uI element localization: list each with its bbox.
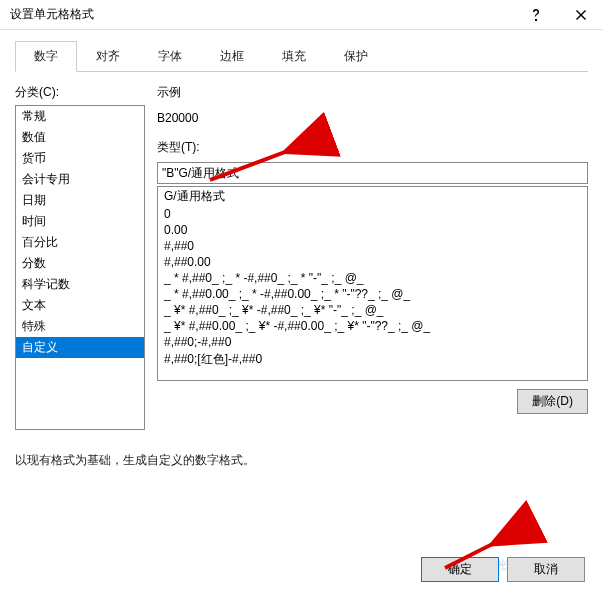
category-item[interactable]: 数值 bbox=[16, 127, 144, 148]
delete-button[interactable]: 删除(D) bbox=[517, 389, 588, 414]
tab-number[interactable]: 数字 bbox=[15, 41, 77, 72]
tab-label: 字体 bbox=[158, 49, 182, 63]
category-item[interactable]: 常规 bbox=[16, 106, 144, 127]
type-input[interactable] bbox=[157, 162, 588, 184]
category-item[interactable]: 文本 bbox=[16, 295, 144, 316]
titlebar: 设置单元格格式 bbox=[0, 0, 603, 30]
type-list-item[interactable]: #,##0;[红色]-#,##0 bbox=[158, 350, 587, 369]
footer: 确定 取消 bbox=[421, 557, 585, 582]
type-listbox[interactable]: G/通用格式00.00#,##0#,##0.00_ * #,##0_ ;_ * … bbox=[157, 186, 588, 381]
type-list-item[interactable]: G/通用格式 bbox=[158, 187, 587, 206]
category-item[interactable]: 会计专用 bbox=[16, 169, 144, 190]
category-item[interactable]: 科学记数 bbox=[16, 274, 144, 295]
category-label: 分类(C): bbox=[15, 84, 145, 101]
tab-font[interactable]: 字体 bbox=[139, 41, 201, 72]
close-icon bbox=[576, 10, 586, 20]
tab-label: 边框 bbox=[220, 49, 244, 63]
type-list-item[interactable]: #,##0 bbox=[158, 238, 587, 254]
type-list-item[interactable]: #,##0.00 bbox=[158, 254, 587, 270]
tab-strip: 数字 对齐 字体 边框 填充 保护 bbox=[15, 40, 588, 72]
category-item[interactable]: 特殊 bbox=[16, 316, 144, 337]
tab-label: 保护 bbox=[344, 49, 368, 63]
tab-protection[interactable]: 保护 bbox=[325, 41, 387, 72]
category-listbox[interactable]: 常规数值货币会计专用日期时间百分比分数科学记数文本特殊自定义 bbox=[15, 105, 145, 430]
category-item[interactable]: 货币 bbox=[16, 148, 144, 169]
type-list-item[interactable]: 0 bbox=[158, 206, 587, 222]
tab-label: 填充 bbox=[282, 49, 306, 63]
type-list-item[interactable]: _ * #,##0_ ;_ * -#,##0_ ;_ * "-"_ ;_ @_ bbox=[158, 270, 587, 286]
tab-label: 对齐 bbox=[96, 49, 120, 63]
type-list-item[interactable]: 0.00 bbox=[158, 222, 587, 238]
hint-text: 以现有格式为基础，生成自定义的数字格式。 bbox=[15, 452, 588, 469]
tab-fill[interactable]: 填充 bbox=[263, 41, 325, 72]
type-list-item[interactable]: _ ¥* #,##0.00_ ;_ ¥* -#,##0.00_ ;_ ¥* "-… bbox=[158, 318, 587, 334]
category-item[interactable]: 时间 bbox=[16, 211, 144, 232]
type-list-item[interactable]: #,##0;-#,##0 bbox=[158, 334, 587, 350]
ok-button[interactable]: 确定 bbox=[421, 557, 499, 582]
category-item[interactable]: 百分比 bbox=[16, 232, 144, 253]
help-button[interactable] bbox=[513, 0, 558, 30]
tab-border[interactable]: 边框 bbox=[201, 41, 263, 72]
type-list-item[interactable]: _ ¥* #,##0_ ;_ ¥* -#,##0_ ;_ ¥* "-"_ ;_ … bbox=[158, 302, 587, 318]
category-item[interactable]: 日期 bbox=[16, 190, 144, 211]
window-title: 设置单元格格式 bbox=[10, 6, 94, 23]
tab-alignment[interactable]: 对齐 bbox=[77, 41, 139, 72]
question-icon bbox=[531, 9, 541, 21]
sample-label: 示例 bbox=[157, 84, 588, 101]
type-list-item[interactable]: _ * #,##0.00_ ;_ * -#,##0.00_ ;_ * "-"??… bbox=[158, 286, 587, 302]
tab-label: 数字 bbox=[34, 49, 58, 63]
category-item[interactable]: 自定义 bbox=[16, 337, 144, 358]
type-label: 类型(T): bbox=[157, 139, 588, 156]
close-button[interactable] bbox=[558, 0, 603, 30]
sample-value: B20000 bbox=[157, 107, 588, 139]
cancel-button[interactable]: 取消 bbox=[507, 557, 585, 582]
category-item[interactable]: 分数 bbox=[16, 253, 144, 274]
